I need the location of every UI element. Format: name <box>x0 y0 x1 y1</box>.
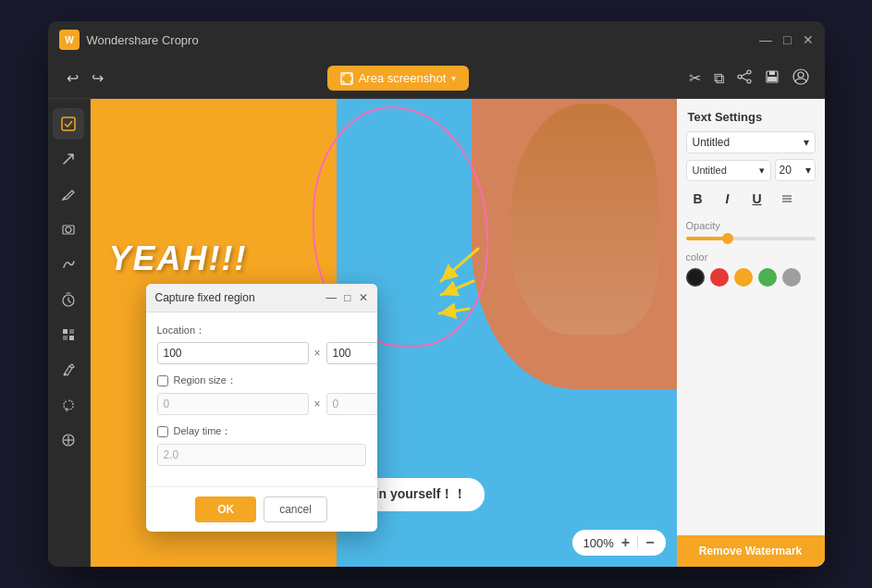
screenshot-icon <box>340 72 353 85</box>
sidebar-tool-arrow[interactable] <box>53 143 84 175</box>
color-swatch-green[interactable] <box>758 268 777 287</box>
redo-button[interactable]: ↪ <box>88 67 107 89</box>
sidebar-tool-mosaic[interactable] <box>53 319 84 350</box>
underline-button[interactable]: U <box>745 187 769 211</box>
save-button[interactable] <box>765 69 780 88</box>
share-button[interactable] <box>737 69 752 88</box>
region-size-checkbox[interactable] <box>157 375 168 386</box>
font-style-value: Untitled <box>693 165 727 176</box>
region-size-y-input[interactable] <box>326 393 377 415</box>
dialog-cancel-button[interactable]: cancel <box>264 496 327 522</box>
copy-button[interactable]: ⧉ <box>714 70 724 87</box>
window-controls: — □ ✕ <box>759 33 813 46</box>
svg-point-5 <box>747 80 751 83</box>
font-name-section: Untitled ▾ Untitled ▾ 20 ▾ B <box>677 131 825 296</box>
region-size-x-input[interactable] <box>157 393 309 415</box>
color-swatches <box>686 268 816 287</box>
screenshot-dropdown-arrow[interactable]: ▾ <box>451 73 456 83</box>
opacity-label: Opacity <box>686 220 816 231</box>
sidebar-tool-select[interactable] <box>53 424 84 456</box>
font-name-arrow: ▾ <box>804 136 809 149</box>
font-size-dropdown[interactable]: 20 ▾ <box>775 159 816 181</box>
sidebar-tool-edit[interactable] <box>53 108 84 140</box>
svg-rect-13 <box>62 117 75 130</box>
yeah-text: YEAH!!! <box>109 239 248 278</box>
location-x-input[interactable] <box>157 342 309 364</box>
svg-point-3 <box>747 70 751 74</box>
right-panel: Text Settings Untitled ▾ Untitled ▾ 20 ▾ <box>677 99 825 567</box>
color-swatch-gray[interactable] <box>782 268 801 287</box>
location-group: Location： × <box>157 324 366 364</box>
region-size-group: Region size： × <box>157 374 366 415</box>
sidebar-tool-lasso[interactable] <box>53 389 84 421</box>
location-label: Location： <box>157 324 366 337</box>
color-swatch-black[interactable] <box>686 268 705 287</box>
svg-line-7 <box>742 78 747 80</box>
capture-dialog: Capture fixed region — □ ✕ Location： <box>146 284 377 532</box>
svg-point-12 <box>798 72 804 78</box>
undo-button[interactable]: ↩ <box>63 67 82 89</box>
toolbar: ↩ ↪ Area screenshot ▾ ✂ ⧉ <box>48 58 825 99</box>
area-screenshot-button[interactable]: Area screenshot ▾ <box>327 66 470 91</box>
font-name-dropdown[interactable]: Untitled ▾ <box>686 131 816 153</box>
region-size-label: Region size： <box>174 374 237 387</box>
delay-time-input[interactable] <box>157 444 366 466</box>
delay-time-label: Delay time： <box>174 424 232 438</box>
strikethrough-button[interactable] <box>775 187 799 211</box>
location-input-row: × <box>157 342 366 364</box>
opacity-thumb[interactable] <box>722 233 733 244</box>
sidebar-tool-pen[interactable] <box>53 178 84 210</box>
sidebar-tool-timer[interactable] <box>53 284 84 315</box>
zoom-divider <box>637 536 638 549</box>
font-style-dropdown[interactable]: Untitled ▾ <box>686 160 771 181</box>
region-x-separator: × <box>314 398 321 410</box>
main-content: YEAH!!! <box>48 99 825 567</box>
undo-redo-group: ↩ ↪ <box>63 67 107 89</box>
color-swatch-orange[interactable] <box>734 268 753 287</box>
dialog-title: Capture fixed region <box>155 291 255 304</box>
title-bar: W Wondershare Cropro — □ ✕ <box>48 21 825 58</box>
sidebar-tool-shape[interactable] <box>53 214 84 245</box>
color-label: color <box>686 251 816 263</box>
sidebar-tool-draw[interactable] <box>53 249 84 280</box>
delay-time-checkbox[interactable] <box>157 426 168 437</box>
delay-time-checkbox-row: Delay time： <box>157 424 366 438</box>
dialog-minimize-button[interactable]: — <box>325 291 337 304</box>
sidebar-tool-paint[interactable] <box>53 354 84 386</box>
app-title: Wondershare Cropro <box>87 33 199 47</box>
panel-title: Text Settings <box>677 99 825 131</box>
svg-rect-17 <box>63 329 68 334</box>
font-style-arrow: ▾ <box>759 165 765 177</box>
minimize-button[interactable]: — <box>759 33 772 46</box>
svg-text:W: W <box>65 35 74 45</box>
dialog-maximize-button[interactable]: □ <box>344 291 350 304</box>
svg-point-15 <box>66 227 71 233</box>
zoom-out-button[interactable]: − <box>645 534 654 551</box>
area-screenshot-label: Area screenshot <box>359 71 447 85</box>
svg-rect-2 <box>341 73 352 84</box>
cut-button[interactable]: ✂ <box>689 69 701 87</box>
remove-watermark-button[interactable]: Remove Watermark <box>677 535 825 567</box>
dialog-footer: OK cancel <box>146 486 377 532</box>
svg-rect-20 <box>69 336 74 340</box>
svg-point-21 <box>64 374 67 376</box>
svg-point-4 <box>738 75 742 79</box>
font-name-value: Untitled <box>693 136 731 149</box>
svg-line-6 <box>742 73 747 76</box>
close-button[interactable]: ✕ <box>803 33 814 46</box>
maximize-button[interactable]: □ <box>783 33 791 46</box>
dialog-controls: — □ ✕ <box>325 291 367 304</box>
account-button[interactable] <box>792 68 809 89</box>
italic-button[interactable]: I <box>716 187 740 211</box>
dialog-close-button[interactable]: ✕ <box>359 291 368 304</box>
zoom-in-button[interactable]: + <box>621 534 630 551</box>
dialog-ok-button[interactable]: OK <box>195 496 256 522</box>
dialog-title-bar: Capture fixed region — □ ✕ <box>146 284 377 312</box>
delay-time-group: Delay time： <box>157 424 366 466</box>
bold-button[interactable]: B <box>686 187 710 211</box>
location-y-input[interactable] <box>326 342 377 364</box>
hand-silhouette <box>510 104 658 335</box>
zoom-controls: 100% + − <box>572 530 666 556</box>
opacity-slider[interactable] <box>686 237 816 240</box>
color-swatch-red[interactable] <box>710 268 729 287</box>
